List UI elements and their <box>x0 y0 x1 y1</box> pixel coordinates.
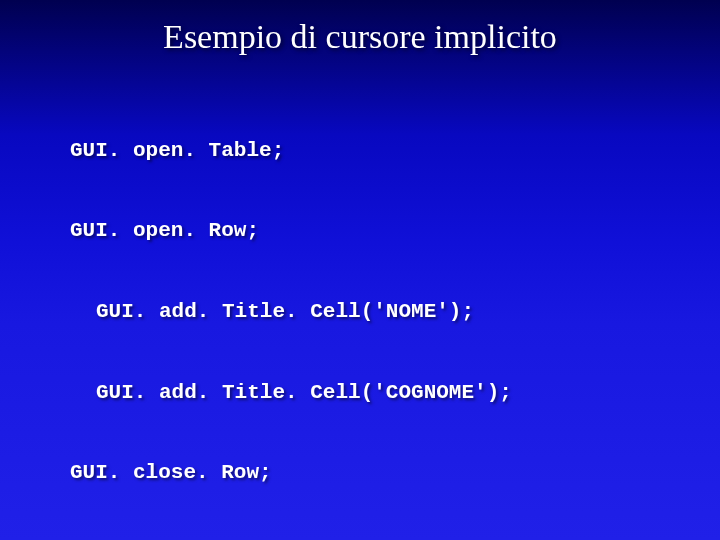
code-line: GUI. add. Title. Cell('COGNOME'); <box>70 380 720 407</box>
slide: Esempio di cursore implicito GUI. open. … <box>0 0 720 540</box>
code-block: GUI. open. Table; GUI. open. Row; GUI. a… <box>70 84 720 540</box>
code-line: GUI. open. Row; <box>70 218 720 245</box>
code-line: GUI. open. Table; <box>70 138 720 165</box>
slide-title: Esempio di cursore implicito <box>0 18 720 56</box>
code-line: GUI. close. Row; <box>70 460 720 487</box>
code-line: GUI. add. Title. Cell('NOME'); <box>70 299 720 326</box>
